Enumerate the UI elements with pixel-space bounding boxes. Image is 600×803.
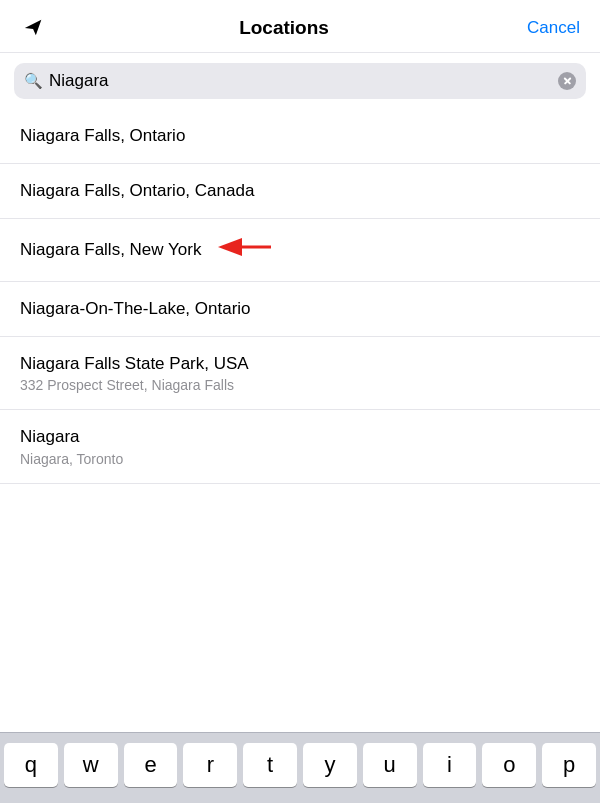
list-item[interactable]: Niagara Niagara, Toronto <box>0 410 600 483</box>
search-input[interactable] <box>49 71 552 91</box>
list-item[interactable]: Niagara Falls, Ontario, Canada <box>0 164 600 219</box>
keyboard: qwertyuiop <box>0 732 600 803</box>
result-primary-text: Niagara Falls, Ontario <box>20 125 580 147</box>
result-primary-text: Niagara Falls, Ontario, Canada <box>20 180 580 202</box>
key-w[interactable]: w <box>64 743 118 787</box>
key-q[interactable]: q <box>4 743 58 787</box>
result-secondary-text: Niagara, Toronto <box>20 451 580 467</box>
page-title: Locations <box>48 17 520 39</box>
header: Locations Cancel <box>0 0 600 53</box>
cancel-button[interactable]: Cancel <box>520 18 580 38</box>
key-p[interactable]: p <box>542 743 596 787</box>
key-u[interactable]: u <box>363 743 417 787</box>
location-arrow-icon[interactable] <box>20 14 48 42</box>
search-clear-button[interactable] <box>558 72 576 90</box>
key-e[interactable]: e <box>124 743 178 787</box>
search-icon: 🔍 <box>24 72 43 90</box>
result-primary-text: Niagara-On-The-Lake, Ontario <box>20 298 580 320</box>
key-r[interactable]: r <box>183 743 237 787</box>
search-bar-container: 🔍 <box>0 53 600 109</box>
list-item[interactable]: Niagara-On-The-Lake, Ontario <box>0 282 600 337</box>
result-primary-text: Niagara Falls State Park, USA <box>20 353 580 375</box>
key-t[interactable]: t <box>243 743 297 787</box>
results-list: Niagara Falls, Ontario Niagara Falls, On… <box>0 109 600 732</box>
keyboard-row-1: qwertyuiop <box>4 743 596 787</box>
list-item[interactable]: Niagara Falls, New York <box>0 219 600 282</box>
key-y[interactable]: y <box>303 743 357 787</box>
annotation-arrow <box>216 235 276 265</box>
app-container: Locations Cancel 🔍 Niagara Falls, Ontari… <box>0 0 600 803</box>
key-o[interactable]: o <box>482 743 536 787</box>
result-primary-text: Niagara <box>20 426 580 448</box>
list-item[interactable]: Niagara Falls, Ontario <box>0 109 600 164</box>
result-primary-text: Niagara Falls, New York <box>20 235 580 265</box>
search-bar: 🔍 <box>14 63 586 99</box>
key-i[interactable]: i <box>423 743 477 787</box>
list-item[interactable]: Niagara Falls State Park, USA 332 Prospe… <box>0 337 600 410</box>
result-secondary-text: 332 Prospect Street, Niagara Falls <box>20 377 580 393</box>
